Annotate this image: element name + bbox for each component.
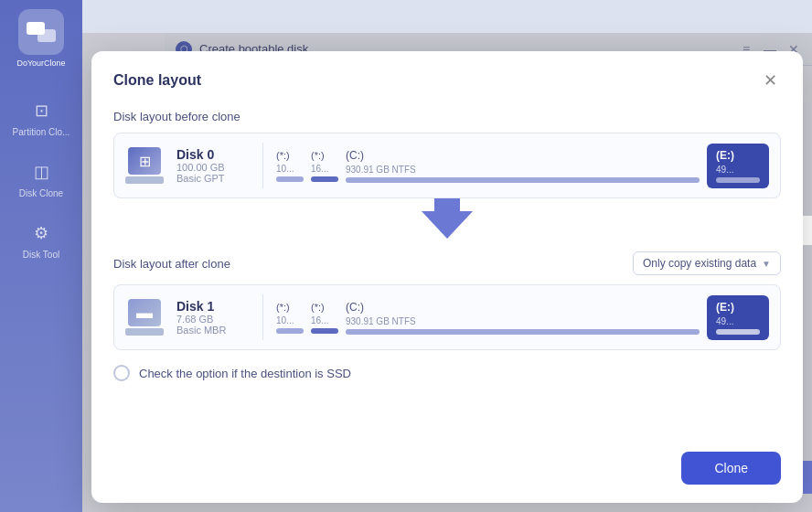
partition1-e: (E:) 49... [707, 295, 769, 340]
ssd-radio-button[interactable] [113, 365, 130, 381]
disk0-divider [262, 143, 263, 188]
partition-e-bar [716, 177, 760, 183]
ssd-checkbox-row: Check the option if the destintion is SS… [113, 365, 781, 381]
dropdown-arrow-icon: ▼ [762, 259, 771, 269]
disk1-size: 7.68 GB [176, 314, 250, 325]
disk1-info: Disk 1 7.68 GB Basic MBR [176, 299, 250, 336]
partition-star2-bar [311, 176, 338, 182]
sidebar-item-label: Disk Clone [19, 188, 63, 198]
logo-icon [27, 22, 56, 42]
partition-c: (C:) 930.91 GB NTFS [346, 149, 700, 183]
partition-star1-label: (*:) [276, 150, 304, 161]
disk0-icon [125, 147, 164, 184]
copy-mode-dropdown[interactable]: Only copy existing data ▼ [633, 251, 781, 275]
partition-c-label: (C:) [346, 149, 700, 162]
modal-close-button[interactable]: ✕ [759, 69, 781, 91]
clone-layout-modal: Clone layout ✕ Disk layout before clone … [91, 51, 803, 503]
sidebar-item-disk-tool[interactable]: ⚙ Disk Tool [0, 209, 82, 271]
sidebar: DoYourClone ⊡ Partition Clo... ◫ Disk Cl… [0, 0, 82, 512]
modal-header: Clone layout ✕ [113, 69, 781, 91]
disk0-info: Disk 0 100.00 GB Basic GPT [176, 147, 250, 184]
app-logo [18, 9, 64, 55]
partition-e: (E:) 49... [707, 144, 769, 188]
disk-clone-icon: ◫ [28, 159, 54, 185]
partition-star1-size: 10... [276, 164, 304, 174]
arrow-container [113, 198, 781, 251]
partition1-c-bar [346, 329, 700, 335]
ssd-checkbox-label: Check the option if the destintion is SS… [139, 367, 351, 380]
sidebar-item-label: Disk Tool [23, 250, 59, 260]
sidebar-item-label: Partition Clo... [13, 127, 70, 137]
disk0-partitions: (*:) 10... (*:) 16... (C:) 930.91 GB NTF… [276, 144, 769, 188]
partition-star2: (*:) 16... [311, 150, 338, 182]
disk1-type: Basic MBR [176, 325, 250, 336]
disk0-name: Disk 0 [176, 147, 250, 162]
partition-c-size: 930.91 GB NTFS [346, 165, 700, 175]
app-name: DoYourClone [16, 59, 65, 69]
down-arrow-icon [422, 211, 473, 239]
partition1-star2: (*:) 16... [311, 302, 338, 334]
partition1-star1: (*:) 10... [276, 302, 304, 334]
partition-star2-label: (*:) [311, 150, 338, 161]
disk-tool-icon: ⚙ [28, 220, 54, 246]
partition-c-bar [346, 177, 700, 183]
partition1-e-label: (E:) [716, 301, 760, 314]
partition-e-size: 49... [716, 165, 760, 175]
disk1-partitions: (*:) 10... (*:) 16... (C:) 930.91 GB NTF… [276, 295, 769, 340]
disk1-name: Disk 1 [176, 299, 250, 314]
partition1-star2-bar [311, 328, 338, 334]
partition1-star1-label: (*:) [276, 302, 304, 313]
disk0-type: Basic GPT [176, 173, 250, 184]
sidebar-item-disk-clone[interactable]: ◫ Disk Clone [0, 148, 82, 209]
partition1-star1-size: 10... [276, 315, 304, 325]
after-section-label: Disk layout after clone [113, 257, 230, 271]
clone-button[interactable]: Clone [681, 452, 781, 485]
partition1-e-bar [716, 329, 760, 335]
disk0-size: 100.00 GB [176, 162, 250, 173]
disk0-icon-base [125, 176, 164, 184]
disk0-icon-img [128, 147, 161, 175]
modal-title: Clone layout [113, 72, 201, 89]
partition1-star2-label: (*:) [311, 302, 338, 313]
disk1-icon [125, 299, 164, 336]
disk1-divider [262, 294, 263, 340]
dropdown-label: Only copy existing data [643, 257, 756, 270]
partition1-star2-size: 16... [311, 315, 338, 325]
partition-clone-icon: ⊡ [28, 98, 54, 123]
partition1-c-label: (C:) [346, 301, 700, 314]
main-content: ⬡ Create bootable disk ≡ — ✕ ✕ Clone lay… [82, 33, 812, 512]
after-section-header: Disk layout after clone Only copy existi… [113, 251, 781, 275]
partition1-e-size: 49... [716, 316, 760, 326]
partition-star1: (*:) 10... [276, 150, 304, 182]
before-section-label: Disk layout before clone [113, 110, 781, 123]
after-disk-card: Disk 1 7.68 GB Basic MBR (*:) 10... (*:)… [113, 284, 781, 350]
partition1-c: (C:) 930.91 GB NTFS [346, 301, 700, 335]
partition1-star1-bar [276, 328, 304, 334]
before-disk-card: Disk 0 100.00 GB Basic GPT (*:) 10... (*… [113, 133, 781, 198]
partition1-c-size: 930.91 GB NTFS [346, 316, 700, 326]
partition-e-label: (E:) [716, 149, 760, 162]
sidebar-item-partition-clone[interactable]: ⊡ Partition Clo... [0, 87, 82, 148]
disk1-icon-base [125, 328, 164, 336]
partition-star2-size: 16... [311, 164, 338, 174]
disk1-icon-img [128, 299, 161, 326]
app-window: DoYourClone ⊡ Partition Clo... ◫ Disk Cl… [0, 0, 812, 512]
partition-star1-bar [276, 176, 304, 182]
clone-button-row: Clone [113, 441, 781, 485]
